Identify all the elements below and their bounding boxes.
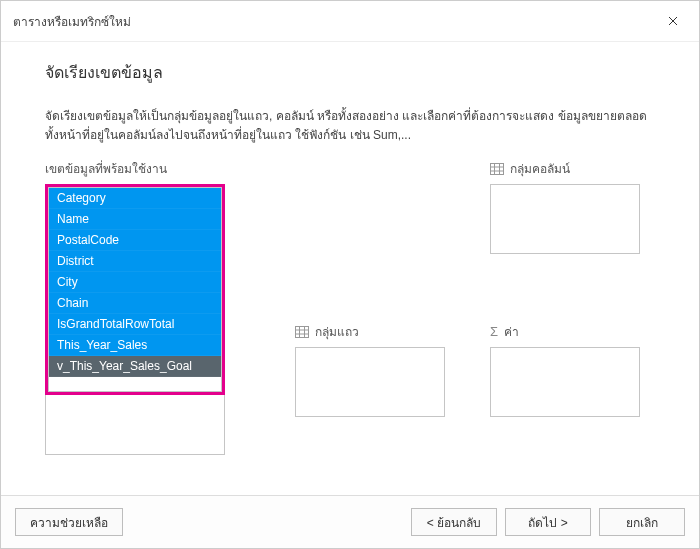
list-item[interactable]: v_This_Year_Sales_Goal <box>49 356 221 377</box>
sigma-icon: Σ <box>490 324 498 339</box>
list-item[interactable]: PostalCode <box>49 230 221 251</box>
dialog-footer: ความช่วยเหลือ < ย้อนกลับ ถัดไป > ยกเลิก <box>1 495 699 548</box>
column-groups-text: กลุ่มคอลัมน์ <box>510 159 570 178</box>
cancel-button[interactable]: ยกเลิก <box>599 508 685 536</box>
available-fields-highlight: Category Name PostalCode District City C… <box>45 184 225 395</box>
values-label: Σ ค่า <box>490 322 655 341</box>
svg-rect-7 <box>296 326 309 337</box>
available-fields-column: เขตข้อมูลที่พร้อมใช้งาน Category Name Po… <box>45 159 225 455</box>
close-icon <box>668 13 678 29</box>
page-description: จัดเรียงเขตข้อมูลให้เป็นกลุ่มข้อมูลอยู่ใ… <box>45 107 655 145</box>
column-groups-zone: กลุ่มคอลัมน์ <box>490 159 655 292</box>
drop-zones: กลุ่มคอลัมน์ กลุ่มแถว Σ <box>295 159 655 455</box>
close-button[interactable] <box>655 9 691 33</box>
list-item[interactable]: Name <box>49 209 221 230</box>
next-button[interactable]: ถัดไป > <box>505 508 591 536</box>
back-button[interactable]: < ย้อนกลับ <box>411 508 497 536</box>
svg-rect-2 <box>491 163 504 174</box>
list-item[interactable]: This_Year_Sales <box>49 335 221 356</box>
row-groups-text: กลุ่มแถว <box>315 322 359 341</box>
list-item[interactable]: City <box>49 272 221 293</box>
values-text: ค่า <box>504 322 519 341</box>
wizard-dialog: ตารางหรือเมทริกซ์ใหม่ จัดเรียงเขตข้อมูล … <box>0 0 700 549</box>
row-groups-label: กลุ่มแถว <box>295 322 460 341</box>
row-groups-dropzone[interactable] <box>295 347 445 417</box>
available-fields-list[interactable]: Category Name PostalCode District City C… <box>48 187 222 392</box>
values-zone: Σ ค่า <box>490 322 655 455</box>
column-groups-dropzone[interactable] <box>490 184 640 254</box>
available-fields-label: เขตข้อมูลที่พร้อมใช้งาน <box>45 159 225 178</box>
list-item[interactable]: District <box>49 251 221 272</box>
table-icon <box>490 163 504 175</box>
list-item[interactable]: Category <box>49 188 221 209</box>
table-icon <box>295 326 309 338</box>
list-item[interactable]: IsGrandTotalRowTotal <box>49 314 221 335</box>
list-item[interactable]: Chain <box>49 293 221 314</box>
column-groups-label: กลุ่มคอลัมน์ <box>490 159 655 178</box>
row-groups-zone: กลุ่มแถว <box>295 322 460 455</box>
window-title: ตารางหรือเมทริกซ์ใหม่ <box>13 12 131 31</box>
available-fields-overflow[interactable] <box>45 395 225 455</box>
page-heading: จัดเรียงเขตข้อมูล <box>45 60 655 85</box>
values-dropzone[interactable] <box>490 347 640 417</box>
help-button[interactable]: ความช่วยเหลือ <box>15 508 123 536</box>
titlebar: ตารางหรือเมทริกซ์ใหม่ <box>1 1 699 42</box>
content-area: จัดเรียงเขตข้อมูล จัดเรียงเขตข้อมูลให้เป… <box>1 42 699 495</box>
field-arrangement-layout: เขตข้อมูลที่พร้อมใช้งาน Category Name Po… <box>45 159 655 455</box>
